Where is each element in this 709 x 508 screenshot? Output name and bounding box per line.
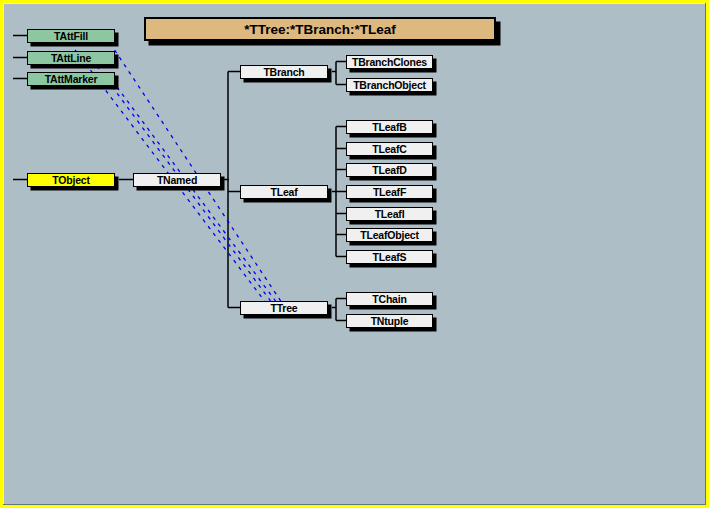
class-box-tbranchobject[interactable]: TBranchObject <box>346 78 433 92</box>
class-box-tleafb[interactable]: TLeafB <box>346 120 433 134</box>
class-box-tbranch[interactable]: TBranch <box>240 65 328 79</box>
bracket-ttree-children <box>332 299 346 321</box>
class-box-tobject[interactable]: TObject <box>27 173 115 187</box>
class-box-tleafobject[interactable]: TLeafObject <box>346 228 433 242</box>
bracket-tbranch-children <box>332 62 346 85</box>
class-box-tattfill[interactable]: TAttFill <box>27 29 115 43</box>
class-box-tnamed[interactable]: TNamed <box>133 173 221 187</box>
class-box-tleafi[interactable]: TLeafI <box>346 207 433 221</box>
class-box-ttree[interactable]: TTree <box>240 301 328 315</box>
class-box-tattmarker[interactable]: TAttMarker <box>27 72 115 86</box>
class-box-tbranchclones[interactable]: TBranchClones <box>346 55 433 69</box>
class-box-tleafd[interactable]: TLeafD <box>346 163 433 177</box>
class-box-tntuple[interactable]: TNtuple <box>346 314 433 328</box>
class-box-tleafs[interactable]: TLeafS <box>346 250 433 264</box>
diagram-title: *TTree:*TBranch:*TLeaf <box>144 17 496 41</box>
class-box-tleafc[interactable]: TLeafC <box>346 142 433 156</box>
bracket-tleaf-children <box>332 127 346 257</box>
class-box-tchain[interactable]: TChain <box>346 292 433 306</box>
root-canvas: *TTree:*TBranch:*TLeaf TAttFill TAttLine… <box>0 0 709 508</box>
class-box-tattline[interactable]: TAttLine <box>27 51 115 65</box>
class-box-tleaff[interactable]: TLeafF <box>346 185 433 199</box>
class-box-tleaf[interactable]: TLeaf <box>240 185 328 199</box>
